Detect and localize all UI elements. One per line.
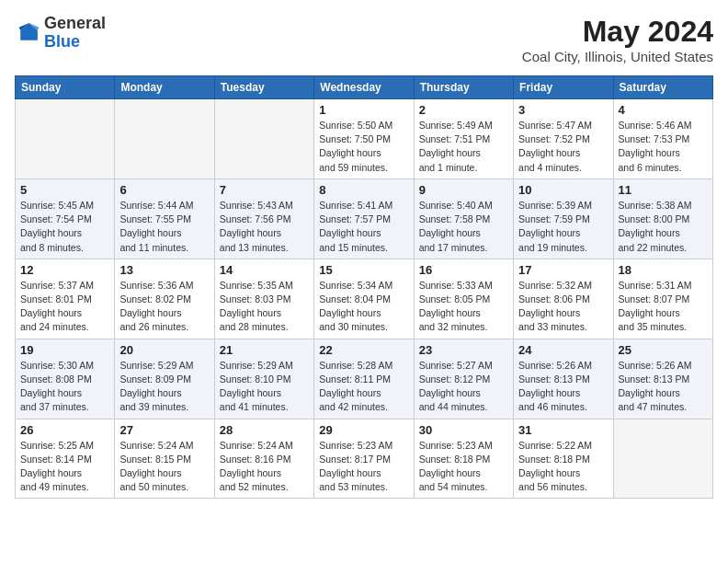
- calendar-cell: 11Sunrise: 5:38 AMSunset: 8:00 PMDayligh…: [613, 178, 712, 259]
- calendar-week-row: 1Sunrise: 5:50 AMSunset: 7:50 PMDaylight…: [16, 99, 713, 179]
- day-number: 14: [220, 263, 309, 277]
- day-info: Sunrise: 5:31 AMSunset: 8:07 PMDaylight …: [619, 279, 708, 335]
- day-info: Sunrise: 5:23 AMSunset: 8:18 PMDaylight …: [419, 439, 508, 495]
- calendar-week-row: 26Sunrise: 5:25 AMSunset: 8:14 PMDayligh…: [16, 419, 713, 499]
- calendar-header-sunday: Sunday: [16, 76, 115, 99]
- title-block: May 2024 Coal City, Illinois, United Sta…: [522, 15, 713, 64]
- day-number: 3: [518, 103, 608, 117]
- calendar-cell: 6Sunrise: 5:44 AMSunset: 7:55 PMDaylight…: [115, 178, 214, 259]
- svg-marker-0: [20, 23, 38, 40]
- logo-general-text: General: [44, 14, 106, 32]
- calendar-cell: 1Sunrise: 5:50 AMSunset: 7:50 PMDaylight…: [314, 99, 414, 179]
- day-number: 9: [419, 183, 508, 197]
- day-info: Sunrise: 5:36 AMSunset: 8:02 PMDaylight …: [119, 279, 209, 335]
- logo-blue-text: Blue: [44, 32, 80, 51]
- day-number: 8: [319, 183, 408, 197]
- day-info: Sunrise: 5:29 AMSunset: 8:10 PMDaylight …: [220, 359, 309, 415]
- calendar-cell: 7Sunrise: 5:43 AMSunset: 7:56 PMDaylight…: [214, 178, 313, 259]
- page-header: General Blue May 2024 Coal City, Illinoi…: [15, 15, 713, 64]
- location-title: Coal City, Illinois, United States: [522, 49, 713, 64]
- day-number: 21: [220, 343, 309, 357]
- calendar-header-wednesday: Wednesday: [314, 76, 414, 99]
- day-info: Sunrise: 5:37 AMSunset: 8:01 PMDaylight …: [20, 279, 109, 335]
- calendar-cell: 28Sunrise: 5:24 AMSunset: 8:16 PMDayligh…: [214, 419, 313, 499]
- day-number: 15: [319, 263, 408, 277]
- day-info: Sunrise: 5:24 AMSunset: 8:16 PMDaylight …: [220, 439, 309, 495]
- calendar-cell: 26Sunrise: 5:25 AMSunset: 8:14 PMDayligh…: [16, 419, 115, 499]
- day-info: Sunrise: 5:28 AMSunset: 8:11 PMDaylight …: [319, 359, 408, 415]
- calendar-header-monday: Monday: [115, 76, 214, 99]
- calendar-cell: 22Sunrise: 5:28 AMSunset: 8:11 PMDayligh…: [314, 339, 414, 419]
- calendar-cell: [115, 99, 214, 179]
- day-number: 17: [518, 263, 608, 277]
- day-number: 26: [20, 423, 109, 437]
- day-info: Sunrise: 5:22 AMSunset: 8:18 PMDaylight …: [518, 439, 608, 495]
- calendar-cell: 24Sunrise: 5:26 AMSunset: 8:13 PMDayligh…: [514, 339, 613, 419]
- day-number: 19: [20, 343, 109, 357]
- calendar-cell: 4Sunrise: 5:46 AMSunset: 7:53 PMDaylight…: [613, 99, 712, 179]
- calendar-week-row: 19Sunrise: 5:30 AMSunset: 8:08 PMDayligh…: [16, 339, 713, 419]
- day-info: Sunrise: 5:47 AMSunset: 7:52 PMDaylight …: [518, 119, 608, 175]
- calendar-cell: 19Sunrise: 5:30 AMSunset: 8:08 PMDayligh…: [16, 339, 115, 419]
- day-number: 2: [419, 103, 508, 117]
- day-number: 24: [518, 343, 608, 357]
- calendar-cell: 12Sunrise: 5:37 AMSunset: 8:01 PMDayligh…: [16, 259, 115, 339]
- calendar-cell: 3Sunrise: 5:47 AMSunset: 7:52 PMDaylight…: [514, 99, 613, 179]
- day-info: Sunrise: 5:39 AMSunset: 7:59 PMDaylight …: [518, 199, 608, 255]
- day-number: 6: [119, 183, 209, 197]
- calendar-table: SundayMondayTuesdayWednesdayThursdayFrid…: [15, 75, 713, 499]
- day-info: Sunrise: 5:33 AMSunset: 8:05 PMDaylight …: [419, 279, 508, 335]
- calendar-cell: 15Sunrise: 5:34 AMSunset: 8:04 PMDayligh…: [314, 259, 414, 339]
- day-number: 13: [119, 263, 209, 277]
- calendar-cell: 13Sunrise: 5:36 AMSunset: 8:02 PMDayligh…: [115, 259, 214, 339]
- day-info: Sunrise: 5:30 AMSunset: 8:08 PMDaylight …: [20, 359, 109, 415]
- logo-icon: [15, 20, 40, 46]
- calendar-cell: 16Sunrise: 5:33 AMSunset: 8:05 PMDayligh…: [414, 259, 513, 339]
- calendar-cell: 10Sunrise: 5:39 AMSunset: 7:59 PMDayligh…: [514, 178, 613, 259]
- calendar-header-saturday: Saturday: [613, 76, 712, 99]
- day-number: 12: [20, 263, 109, 277]
- logo: General Blue: [15, 15, 106, 52]
- day-number: 29: [319, 423, 408, 437]
- day-info: Sunrise: 5:41 AMSunset: 7:57 PMDaylight …: [319, 199, 408, 255]
- month-title: May 2024: [522, 15, 713, 49]
- calendar-header-tuesday: Tuesday: [214, 76, 313, 99]
- calendar-header-thursday: Thursday: [414, 76, 513, 99]
- calendar-header-friday: Friday: [514, 76, 613, 99]
- day-number: 23: [419, 343, 508, 357]
- day-info: Sunrise: 5:24 AMSunset: 8:15 PMDaylight …: [119, 439, 209, 495]
- day-number: 22: [319, 343, 408, 357]
- calendar-cell: 29Sunrise: 5:23 AMSunset: 8:17 PMDayligh…: [314, 419, 414, 499]
- day-number: 5: [20, 183, 109, 197]
- day-info: Sunrise: 5:40 AMSunset: 7:58 PMDaylight …: [419, 199, 508, 255]
- day-info: Sunrise: 5:29 AMSunset: 8:09 PMDaylight …: [119, 359, 209, 415]
- day-info: Sunrise: 5:49 AMSunset: 7:51 PMDaylight …: [419, 119, 508, 175]
- calendar-body: 1Sunrise: 5:50 AMSunset: 7:50 PMDaylight…: [16, 99, 713, 499]
- day-number: 16: [419, 263, 508, 277]
- calendar-cell: [16, 99, 115, 179]
- day-info: Sunrise: 5:26 AMSunset: 8:13 PMDaylight …: [619, 359, 708, 415]
- calendar-header-row: SundayMondayTuesdayWednesdayThursdayFrid…: [16, 76, 713, 99]
- day-number: 27: [119, 423, 209, 437]
- day-number: 31: [518, 423, 608, 437]
- calendar-cell: 5Sunrise: 5:45 AMSunset: 7:54 PMDaylight…: [16, 178, 115, 259]
- calendar-week-row: 5Sunrise: 5:45 AMSunset: 7:54 PMDaylight…: [16, 178, 713, 259]
- day-info: Sunrise: 5:23 AMSunset: 8:17 PMDaylight …: [319, 439, 408, 495]
- day-info: Sunrise: 5:44 AMSunset: 7:55 PMDaylight …: [119, 199, 209, 255]
- day-info: Sunrise: 5:35 AMSunset: 8:03 PMDaylight …: [220, 279, 309, 335]
- day-number: 20: [119, 343, 209, 357]
- calendar-cell: 23Sunrise: 5:27 AMSunset: 8:12 PMDayligh…: [414, 339, 513, 419]
- day-info: Sunrise: 5:43 AMSunset: 7:56 PMDaylight …: [220, 199, 309, 255]
- day-info: Sunrise: 5:32 AMSunset: 8:06 PMDaylight …: [518, 279, 608, 335]
- calendar-cell: 25Sunrise: 5:26 AMSunset: 8:13 PMDayligh…: [613, 339, 712, 419]
- day-number: 1: [319, 103, 408, 117]
- day-number: 25: [619, 343, 708, 357]
- day-info: Sunrise: 5:26 AMSunset: 8:13 PMDaylight …: [518, 359, 608, 415]
- day-number: 4: [619, 103, 708, 117]
- day-info: Sunrise: 5:46 AMSunset: 7:53 PMDaylight …: [619, 119, 708, 175]
- calendar-cell: 30Sunrise: 5:23 AMSunset: 8:18 PMDayligh…: [414, 419, 513, 499]
- day-number: 28: [220, 423, 309, 437]
- day-number: 11: [619, 183, 708, 197]
- day-info: Sunrise: 5:50 AMSunset: 7:50 PMDaylight …: [319, 119, 408, 175]
- day-number: 7: [220, 183, 309, 197]
